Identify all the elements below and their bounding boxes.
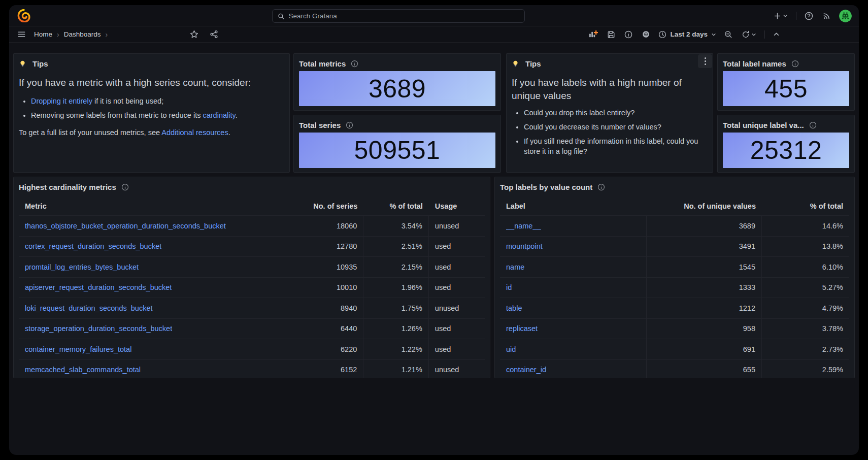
mega-menu-button[interactable]: [16, 29, 27, 40]
grafana-logo-icon[interactable]: [17, 9, 30, 22]
column-header[interactable]: No. of series: [284, 197, 363, 215]
inline-link[interactable]: Dropping it entirely: [31, 97, 92, 105]
cell-link[interactable]: name: [506, 263, 524, 271]
column-header[interactable]: Usage: [429, 197, 485, 215]
nav-divider: [796, 12, 796, 20]
cell-link[interactable]: id: [506, 283, 512, 291]
news-button[interactable]: [821, 11, 832, 21]
link-cell: loki_request_duration_seconds_bucket: [19, 298, 284, 318]
top-nav-actions: [773, 5, 852, 26]
link-cell: name: [500, 257, 647, 277]
search-icon: [278, 13, 284, 20]
cell-link[interactable]: apiserver_request_duration_seconds_bucke…: [25, 283, 172, 291]
cell-link[interactable]: loki_request_duration_seconds_bucket: [25, 304, 153, 312]
cell-link[interactable]: thanos_objstore_bucket_operation_duratio…: [25, 222, 226, 230]
value-cell: 18060: [284, 216, 363, 236]
cell-link[interactable]: mountpoint: [506, 242, 543, 250]
inline-link[interactable]: cardinality: [203, 111, 235, 119]
collapse-toolbar-button[interactable]: [772, 30, 781, 39]
dashboard-insights-button[interactable]: [623, 29, 633, 40]
tips-bullet-list: Could you drop this label entirely?Could…: [524, 108, 708, 156]
grafana-app: Home › Dashboards ›: [9, 5, 859, 455]
cell-link[interactable]: memcached_slab_commands_total: [25, 366, 141, 374]
text-run: if it is not being used;: [92, 97, 163, 105]
cell-link[interactable]: container_memory_failures_total: [25, 345, 131, 353]
table-row: loki_request_duration_seconds_bucket8940…: [19, 298, 485, 319]
total-metrics-panel: Total metrics 3689: [293, 53, 501, 111]
value-cell: 3689: [647, 216, 762, 236]
text-run: If you still need the information in thi…: [524, 137, 698, 155]
dashboard-settings-button[interactable]: [641, 29, 651, 40]
table-row: mountpoint349113.8%: [500, 237, 849, 257]
text-run: To get a full list of your unused metric…: [19, 128, 161, 137]
breadcrumb-dashboards[interactable]: Dashboards: [64, 30, 101, 38]
info-icon[interactable]: [346, 121, 353, 129]
column-header[interactable]: % of total: [363, 197, 429, 215]
info-icon[interactable]: [121, 183, 129, 191]
star-icon: [190, 30, 198, 39]
cell-link[interactable]: storage_operation_duration_seconds_bucke…: [25, 324, 172, 333]
highest-cardinality-metrics-panel: Highest cardinality metrics MetricNo. of…: [13, 177, 490, 378]
info-icon[interactable]: [809, 121, 817, 129]
value-cell: 958: [647, 319, 762, 339]
time-range-picker[interactable]: Last 2 days: [658, 30, 716, 39]
cell-link[interactable]: cortex_request_duration_seconds_bucket: [25, 242, 161, 250]
chevron-down-icon: [783, 13, 788, 18]
chevron-up-icon: [773, 31, 780, 38]
breadcrumb-home[interactable]: Home: [34, 30, 52, 38]
help-button[interactable]: [804, 11, 814, 21]
column-header[interactable]: No. of unique values: [647, 197, 762, 215]
panel-menu-button[interactable]: [698, 54, 712, 68]
favorite-button[interactable]: [189, 29, 199, 40]
user-avatar[interactable]: [839, 10, 852, 22]
value-cell: 3491: [647, 237, 762, 257]
save-dashboard-button[interactable]: [606, 29, 616, 40]
table-header-row: MetricNo. of series% of totalUsage: [19, 197, 485, 216]
kebab-icon: [705, 57, 706, 66]
new-menu-button[interactable]: [773, 11, 789, 21]
panel-title: Highest cardinality metrics: [19, 183, 116, 191]
info-icon[interactable]: [597, 183, 605, 191]
info-icon[interactable]: [351, 60, 358, 68]
cell-link[interactable]: replicaset: [506, 324, 538, 333]
panel-title: Top labels by value count: [500, 183, 592, 191]
lightbulb-icon: [512, 60, 519, 68]
cell-link[interactable]: promtail_log_entries_bytes_bucket: [25, 263, 139, 271]
cell-link[interactable]: table: [506, 304, 522, 312]
global-search[interactable]: [272, 9, 525, 23]
table-row: id13335.27%: [500, 278, 849, 299]
value-cell: 1.21%: [363, 360, 429, 379]
text-run: .: [228, 128, 230, 137]
search-input[interactable]: [288, 12, 519, 20]
tips-footer: To get a full list of your unused metric…: [19, 128, 284, 137]
value-cell: 655: [647, 360, 762, 379]
add-panel-button[interactable]: [587, 29, 599, 40]
stat-value-box: 509551: [299, 133, 495, 168]
breadcrumb-separator: ›: [105, 30, 108, 39]
dashboard-controls: Last 2 days: [587, 29, 852, 40]
info-icon[interactable]: [791, 60, 799, 68]
value-cell: 14.6%: [762, 216, 849, 236]
value-cell: 1.22%: [363, 339, 429, 359]
link-cell: table: [500, 298, 647, 318]
value-cell: 12780: [284, 237, 363, 257]
chevron-down-icon: [751, 32, 756, 37]
total-label-names-panel: Total label names 455: [717, 53, 855, 111]
table-row: __name__368914.6%: [500, 216, 849, 237]
column-header[interactable]: % of total: [762, 197, 849, 215]
link-cell: id: [500, 278, 647, 298]
text-run: Could you drop this label entirely?: [524, 109, 635, 117]
text-run: Removing some labels from that metric to…: [31, 111, 203, 119]
refresh-button[interactable]: [741, 29, 757, 40]
cell-link[interactable]: uid: [506, 345, 516, 353]
column-header[interactable]: Metric: [19, 197, 284, 215]
cell-link[interactable]: container_id: [506, 366, 546, 374]
tips-metrics-panel: Tips If you have a metric with a high se…: [13, 53, 290, 173]
inline-link[interactable]: Additional resources: [161, 128, 228, 137]
share-button[interactable]: [209, 29, 219, 40]
total-series-panel: Total series 509551: [293, 115, 501, 173]
zoom-out-time-button[interactable]: [723, 29, 733, 40]
cell-link[interactable]: __name__: [506, 222, 541, 230]
link-cell: storage_operation_duration_seconds_bucke…: [19, 319, 284, 339]
column-header[interactable]: Label: [500, 197, 647, 215]
